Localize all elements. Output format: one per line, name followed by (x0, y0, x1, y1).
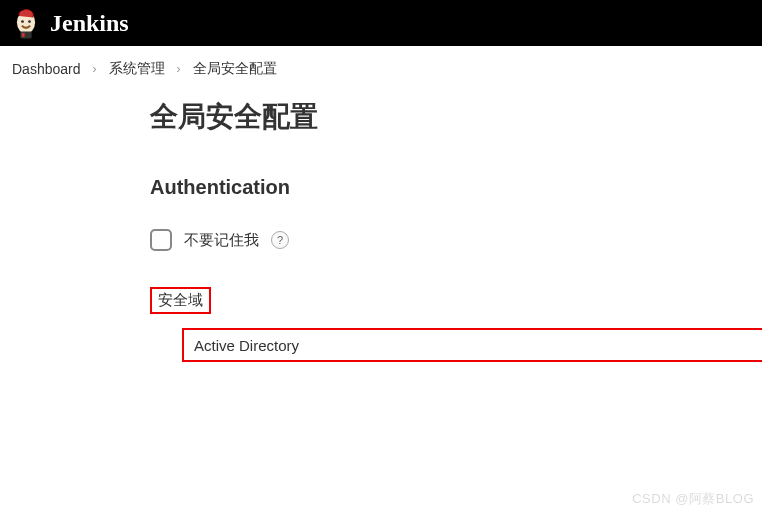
main-content: 全局安全配置 Authentication 不要记住我 ? 安全域 Active… (0, 92, 762, 362)
svg-rect-4 (22, 33, 25, 37)
logo[interactable]: Jenkins (12, 6, 129, 40)
help-icon[interactable]: ? (271, 231, 289, 249)
security-realm-field: Active Directory Active Directory GitLab… (182, 328, 762, 362)
top-header: Jenkins (0, 0, 762, 46)
chevron-right-icon: › (177, 62, 181, 76)
security-realm-select[interactable]: Active Directory (182, 328, 762, 362)
chevron-right-icon: › (93, 62, 97, 76)
security-realm-label-highlight: 安全域 (150, 287, 211, 314)
remember-me-row: 不要记住我 ? (150, 229, 762, 251)
security-realm-selected-value: Active Directory (194, 337, 752, 354)
breadcrumb: Dashboard › 系统管理 › 全局安全配置 (0, 46, 762, 92)
page-title: 全局安全配置 (150, 98, 762, 136)
breadcrumb-item-dashboard[interactable]: Dashboard (12, 61, 81, 77)
svg-point-1 (21, 20, 24, 23)
breadcrumb-item-system[interactable]: 系统管理 (109, 60, 165, 78)
svg-point-2 (28, 20, 31, 23)
remember-me-label: 不要记住我 (184, 231, 259, 250)
app-name: Jenkins (50, 10, 129, 37)
section-authentication-title: Authentication (150, 176, 762, 199)
remember-me-checkbox[interactable] (150, 229, 172, 251)
breadcrumb-item-security[interactable]: 全局安全配置 (193, 60, 277, 78)
security-realm-label: 安全域 (158, 291, 203, 308)
jenkins-logo-icon (12, 6, 40, 40)
